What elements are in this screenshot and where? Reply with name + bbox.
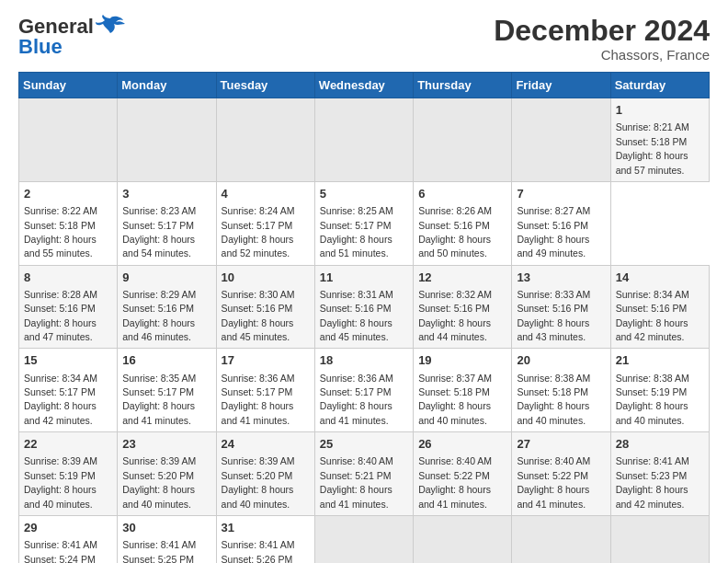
- day-info: Sunrise: 8:27 AMSunset: 5:16 PMDaylight:…: [517, 205, 590, 259]
- calendar-week: 8Sunrise: 8:28 AMSunset: 5:16 PMDaylight…: [19, 265, 710, 349]
- page-title: December 2024: [494, 15, 710, 47]
- day-number: 8: [24, 270, 113, 286]
- day-info: Sunrise: 8:41 AMSunset: 5:25 PMDaylight:…: [122, 539, 196, 563]
- calendar-day: [610, 515, 709, 563]
- day-info: Sunrise: 8:39 AMSunset: 5:19 PMDaylight:…: [24, 455, 97, 509]
- col-header-sunday: Sunday: [19, 73, 118, 98]
- day-info: Sunrise: 8:36 AMSunset: 5:17 PMDaylight:…: [222, 373, 295, 426]
- col-header-saturday: Saturday: [610, 73, 709, 98]
- day-info: Sunrise: 8:31 AMSunset: 5:16 PMDaylight:…: [320, 289, 393, 342]
- empty-cell: [216, 98, 314, 182]
- col-header-thursday: Thursday: [414, 73, 512, 98]
- calendar-day: [314, 515, 413, 563]
- day-number: 20: [517, 352, 606, 369]
- page: General Blue December 2024 Chassors, Fra…: [0, 0, 728, 563]
- calendar-day: 28Sunrise: 8:41 AMSunset: 5:23 PMDayligh…: [610, 432, 709, 516]
- calendar-week: 1Sunrise: 8:21 AMSunset: 5:18 PMDaylight…: [19, 98, 710, 182]
- empty-cell: [314, 98, 413, 182]
- day-number: 23: [122, 436, 211, 453]
- day-info: Sunrise: 8:41 AMSunset: 5:24 PMDaylight:…: [24, 539, 97, 563]
- day-number: 22: [24, 436, 113, 453]
- logo: General Blue: [18, 15, 125, 59]
- empty-cell: [19, 98, 118, 182]
- calendar-day: 8Sunrise: 8:28 AMSunset: 5:16 PMDaylight…: [19, 265, 118, 349]
- day-info: Sunrise: 8:38 AMSunset: 5:18 PMDaylight:…: [517, 373, 590, 426]
- empty-cell: [414, 98, 512, 182]
- calendar-day: 16Sunrise: 8:35 AMSunset: 5:17 PMDayligh…: [118, 349, 216, 432]
- title-block: December 2024 Chassors, France: [494, 15, 710, 63]
- day-number: 10: [222, 270, 311, 286]
- day-info: Sunrise: 8:41 AMSunset: 5:26 PMDaylight:…: [222, 539, 295, 563]
- calendar-day: 20Sunrise: 8:38 AMSunset: 5:18 PMDayligh…: [512, 349, 610, 432]
- calendar-table: SundayMondayTuesdayWednesdayThursdayFrid…: [18, 72, 710, 563]
- day-info: Sunrise: 8:40 AMSunset: 5:21 PMDaylight:…: [320, 455, 393, 509]
- calendar-day: 1Sunrise: 8:21 AMSunset: 5:18 PMDaylight…: [610, 98, 709, 182]
- day-number: 17: [222, 352, 311, 369]
- day-number: 21: [616, 352, 705, 369]
- day-number: 27: [517, 436, 606, 453]
- day-number: 16: [122, 352, 211, 369]
- calendar-day: [512, 515, 610, 563]
- calendar-header: SundayMondayTuesdayWednesdayThursdayFrid…: [19, 73, 710, 98]
- col-header-friday: Friday: [512, 73, 610, 98]
- day-number: 6: [418, 186, 507, 202]
- day-number: 7: [517, 186, 606, 202]
- day-number: 5: [320, 186, 409, 202]
- logo-bird-icon: [96, 15, 125, 35]
- day-number: 13: [517, 270, 606, 286]
- day-number: 4: [222, 186, 311, 202]
- calendar-day: 24Sunrise: 8:39 AMSunset: 5:20 PMDayligh…: [216, 432, 314, 516]
- day-info: Sunrise: 8:32 AMSunset: 5:16 PMDaylight:…: [418, 289, 492, 342]
- calendar-day: 21Sunrise: 8:38 AMSunset: 5:19 PMDayligh…: [610, 349, 709, 432]
- calendar-day: 31Sunrise: 8:41 AMSunset: 5:26 PMDayligh…: [216, 515, 314, 563]
- day-number: 1: [616, 102, 705, 119]
- day-info: Sunrise: 8:37 AMSunset: 5:18 PMDaylight:…: [418, 373, 492, 426]
- col-header-wednesday: Wednesday: [314, 73, 413, 98]
- day-number: 18: [320, 352, 409, 369]
- day-number: 28: [616, 436, 705, 453]
- calendar-week: 29Sunrise: 8:41 AMSunset: 5:24 PMDayligh…: [19, 515, 710, 563]
- day-info: Sunrise: 8:21 AMSunset: 5:18 PMDaylight:…: [616, 121, 689, 175]
- day-number: 14: [616, 270, 705, 286]
- day-info: Sunrise: 8:41 AMSunset: 5:23 PMDaylight:…: [616, 455, 689, 509]
- day-number: 15: [24, 352, 113, 369]
- calendar-day: 4Sunrise: 8:24 AMSunset: 5:17 PMDaylight…: [216, 181, 314, 265]
- calendar-day: 15Sunrise: 8:34 AMSunset: 5:17 PMDayligh…: [19, 349, 118, 432]
- calendar-day: 18Sunrise: 8:36 AMSunset: 5:17 PMDayligh…: [314, 349, 413, 432]
- day-number: 29: [24, 520, 113, 536]
- day-info: Sunrise: 8:24 AMSunset: 5:17 PMDaylight:…: [222, 205, 295, 259]
- calendar-day: 9Sunrise: 8:29 AMSunset: 5:16 PMDaylight…: [118, 265, 216, 349]
- day-info: Sunrise: 8:40 AMSunset: 5:22 PMDaylight:…: [517, 455, 590, 509]
- day-number: 3: [122, 186, 211, 202]
- empty-cell: [512, 98, 610, 182]
- calendar-week: 2Sunrise: 8:22 AMSunset: 5:18 PMDaylight…: [19, 181, 710, 265]
- calendar-day: 7Sunrise: 8:27 AMSunset: 5:16 PMDaylight…: [512, 181, 610, 265]
- calendar-day: 11Sunrise: 8:31 AMSunset: 5:16 PMDayligh…: [314, 265, 413, 349]
- col-header-tuesday: Tuesday: [216, 73, 314, 98]
- day-number: 31: [222, 520, 311, 536]
- day-info: Sunrise: 8:30 AMSunset: 5:16 PMDaylight:…: [222, 289, 295, 342]
- day-info: Sunrise: 8:25 AMSunset: 5:17 PMDaylight:…: [320, 205, 393, 259]
- calendar-day: 30Sunrise: 8:41 AMSunset: 5:25 PMDayligh…: [118, 515, 216, 563]
- day-number: 30: [122, 520, 211, 536]
- day-info: Sunrise: 8:34 AMSunset: 5:17 PMDaylight:…: [24, 373, 97, 426]
- day-info: Sunrise: 8:22 AMSunset: 5:18 PMDaylight:…: [24, 205, 97, 259]
- calendar-day: 17Sunrise: 8:36 AMSunset: 5:17 PMDayligh…: [216, 349, 314, 432]
- day-number: 24: [222, 436, 311, 453]
- calendar-day: 29Sunrise: 8:41 AMSunset: 5:24 PMDayligh…: [19, 515, 118, 563]
- calendar-day: 25Sunrise: 8:40 AMSunset: 5:21 PMDayligh…: [314, 432, 413, 516]
- calendar-day: 14Sunrise: 8:34 AMSunset: 5:16 PMDayligh…: [610, 265, 709, 349]
- calendar-day: 3Sunrise: 8:23 AMSunset: 5:17 PMDaylight…: [118, 181, 216, 265]
- day-number: 25: [320, 436, 409, 453]
- header: General Blue December 2024 Chassors, Fra…: [18, 15, 710, 63]
- calendar-day: 23Sunrise: 8:39 AMSunset: 5:20 PMDayligh…: [118, 432, 216, 516]
- calendar-day: 22Sunrise: 8:39 AMSunset: 5:19 PMDayligh…: [19, 432, 118, 516]
- day-info: Sunrise: 8:35 AMSunset: 5:17 PMDaylight:…: [122, 373, 196, 426]
- col-header-monday: Monday: [118, 73, 216, 98]
- calendar-day: 13Sunrise: 8:33 AMSunset: 5:16 PMDayligh…: [512, 265, 610, 349]
- calendar-day: 19Sunrise: 8:37 AMSunset: 5:18 PMDayligh…: [414, 349, 512, 432]
- day-info: Sunrise: 8:26 AMSunset: 5:16 PMDaylight:…: [418, 205, 492, 259]
- calendar-day: 5Sunrise: 8:25 AMSunset: 5:17 PMDaylight…: [314, 181, 413, 265]
- calendar-day: 10Sunrise: 8:30 AMSunset: 5:16 PMDayligh…: [216, 265, 314, 349]
- day-info: Sunrise: 8:23 AMSunset: 5:17 PMDaylight:…: [122, 205, 196, 259]
